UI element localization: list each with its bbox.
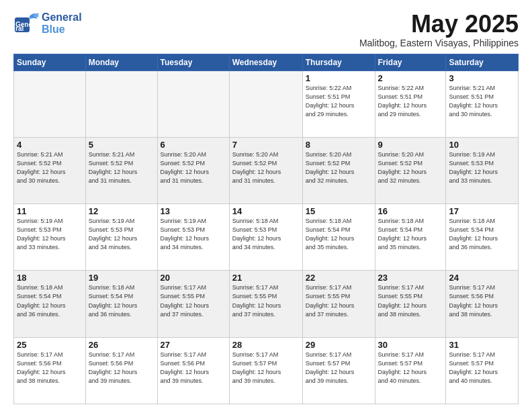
day-number: 18 <box>17 273 83 283</box>
calendar-cell: 21Sunrise: 5:17 AM Sunset: 5:55 PM Dayli… <box>229 271 302 337</box>
day-number: 23 <box>378 273 443 283</box>
day-info: Sunrise: 5:21 AM Sunset: 5:52 PM Dayligh… <box>17 150 83 185</box>
calendar-week-3: 11Sunrise: 5:19 AM Sunset: 5:53 PM Dayli… <box>14 204 519 271</box>
day-number: 4 <box>17 140 83 150</box>
logo-name-blue: Blue <box>42 24 82 36</box>
calendar-week-5: 25Sunrise: 5:17 AM Sunset: 5:56 PM Dayli… <box>14 337 519 404</box>
day-info: Sunrise: 5:20 AM Sunset: 5:52 PM Dayligh… <box>232 150 300 185</box>
day-info: Sunrise: 5:18 AM Sunset: 5:54 PM Dayligh… <box>449 217 515 252</box>
day-number: 6 <box>161 140 226 150</box>
calendar-cell: 2Sunrise: 5:22 AM Sunset: 5:51 PM Daylig… <box>375 71 446 137</box>
calendar-cell: 27Sunrise: 5:17 AM Sunset: 5:56 PM Dayli… <box>157 337 229 404</box>
calendar-cell: 28Sunrise: 5:17 AM Sunset: 5:57 PM Dayli… <box>229 337 302 404</box>
calendar-cell: 12Sunrise: 5:19 AM Sunset: 5:53 PM Dayli… <box>85 204 157 271</box>
day-info: Sunrise: 5:18 AM Sunset: 5:54 PM Dayligh… <box>306 217 372 252</box>
day-number: 22 <box>306 273 372 283</box>
day-number: 1 <box>306 73 372 83</box>
weekday-header-saturday: Saturday <box>446 54 519 71</box>
day-number: 2 <box>378 73 443 83</box>
calendar-cell <box>229 71 302 137</box>
logo: Gene ral General Blue <box>13 11 82 36</box>
calendar-week-4: 18Sunrise: 5:18 AM Sunset: 5:54 PM Dayli… <box>14 271 519 337</box>
day-info: Sunrise: 5:18 AM Sunset: 5:54 PM Dayligh… <box>17 283 83 318</box>
day-info: Sunrise: 5:17 AM Sunset: 5:56 PM Dayligh… <box>89 351 154 385</box>
calendar-cell: 10Sunrise: 5:19 AM Sunset: 5:53 PM Dayli… <box>446 137 519 203</box>
month-title: May 2025 <box>359 11 519 38</box>
day-info: Sunrise: 5:20 AM Sunset: 5:52 PM Dayligh… <box>306 150 372 185</box>
page: Gene ral General Blue May 2025 Malitbog,… <box>0 0 532 411</box>
day-number: 15 <box>306 206 372 216</box>
calendar-cell: 8Sunrise: 5:20 AM Sunset: 5:52 PM Daylig… <box>302 137 375 203</box>
day-number: 21 <box>232 273 300 283</box>
calendar-cell: 25Sunrise: 5:17 AM Sunset: 5:56 PM Dayli… <box>14 337 86 404</box>
day-info: Sunrise: 5:17 AM Sunset: 5:56 PM Dayligh… <box>161 351 226 385</box>
day-info: Sunrise: 5:19 AM Sunset: 5:53 PM Dayligh… <box>161 217 226 252</box>
calendar-cell: 14Sunrise: 5:18 AM Sunset: 5:53 PM Dayli… <box>229 204 302 271</box>
calendar-cell: 22Sunrise: 5:17 AM Sunset: 5:55 PM Dayli… <box>302 271 375 337</box>
title-block: May 2025 Malitbog, Eastern Visayas, Phil… <box>359 11 519 48</box>
calendar-cell: 30Sunrise: 5:17 AM Sunset: 5:57 PM Dayli… <box>375 337 446 404</box>
day-info: Sunrise: 5:20 AM Sunset: 5:52 PM Dayligh… <box>378 150 443 185</box>
calendar-cell: 20Sunrise: 5:17 AM Sunset: 5:55 PM Dayli… <box>157 271 229 337</box>
calendar-cell: 5Sunrise: 5:21 AM Sunset: 5:52 PM Daylig… <box>85 137 157 203</box>
weekday-header-thursday: Thursday <box>302 54 375 71</box>
day-number: 16 <box>378 206 443 216</box>
calendar-cell <box>85 71 157 137</box>
day-number: 25 <box>17 340 83 350</box>
day-number: 31 <box>449 340 515 350</box>
day-info: Sunrise: 5:21 AM Sunset: 5:51 PM Dayligh… <box>449 84 515 119</box>
day-number: 29 <box>306 340 372 350</box>
day-info: Sunrise: 5:17 AM Sunset: 5:55 PM Dayligh… <box>378 283 443 318</box>
calendar-cell: 1Sunrise: 5:22 AM Sunset: 5:51 PM Daylig… <box>302 71 375 137</box>
day-info: Sunrise: 5:19 AM Sunset: 5:53 PM Dayligh… <box>449 150 515 185</box>
day-number: 30 <box>378 340 443 350</box>
calendar-cell: 11Sunrise: 5:19 AM Sunset: 5:53 PM Dayli… <box>14 204 86 271</box>
weekday-header-tuesday: Tuesday <box>157 54 229 71</box>
calendar-cell: 16Sunrise: 5:18 AM Sunset: 5:54 PM Dayli… <box>375 204 446 271</box>
day-info: Sunrise: 5:17 AM Sunset: 5:57 PM Dayligh… <box>449 351 515 385</box>
calendar-cell: 9Sunrise: 5:20 AM Sunset: 5:52 PM Daylig… <box>375 137 446 203</box>
calendar-cell: 29Sunrise: 5:17 AM Sunset: 5:57 PM Dayli… <box>302 337 375 404</box>
day-info: Sunrise: 5:22 AM Sunset: 5:51 PM Dayligh… <box>378 84 443 119</box>
day-info: Sunrise: 5:17 AM Sunset: 5:55 PM Dayligh… <box>306 283 372 318</box>
day-info: Sunrise: 5:17 AM Sunset: 5:55 PM Dayligh… <box>232 283 300 318</box>
day-number: 13 <box>161 206 226 216</box>
calendar-cell: 6Sunrise: 5:20 AM Sunset: 5:52 PM Daylig… <box>157 137 229 203</box>
day-info: Sunrise: 5:17 AM Sunset: 5:56 PM Dayligh… <box>449 283 515 318</box>
day-number: 11 <box>17 206 83 216</box>
calendar-header-row: SundayMondayTuesdayWednesdayThursdayFrid… <box>14 54 519 71</box>
day-info: Sunrise: 5:17 AM Sunset: 5:57 PM Dayligh… <box>306 351 372 385</box>
calendar-week-1: 1Sunrise: 5:22 AM Sunset: 5:51 PM Daylig… <box>14 71 519 137</box>
logo-name-general: General <box>42 11 82 24</box>
day-number: 19 <box>89 273 154 283</box>
day-number: 5 <box>89 140 154 150</box>
day-info: Sunrise: 5:18 AM Sunset: 5:53 PM Dayligh… <box>232 217 300 252</box>
calendar-cell: 7Sunrise: 5:20 AM Sunset: 5:52 PM Daylig… <box>229 137 302 203</box>
day-info: Sunrise: 5:19 AM Sunset: 5:53 PM Dayligh… <box>17 217 83 252</box>
day-info: Sunrise: 5:22 AM Sunset: 5:51 PM Dayligh… <box>306 84 372 119</box>
day-number: 3 <box>449 73 515 83</box>
day-number: 9 <box>378 140 443 150</box>
day-number: 17 <box>449 206 515 216</box>
weekday-header-wednesday: Wednesday <box>229 54 302 71</box>
calendar-week-2: 4Sunrise: 5:21 AM Sunset: 5:52 PM Daylig… <box>14 137 519 203</box>
day-number: 10 <box>449 140 515 150</box>
day-info: Sunrise: 5:18 AM Sunset: 5:54 PM Dayligh… <box>89 283 154 318</box>
calendar-cell: 26Sunrise: 5:17 AM Sunset: 5:56 PM Dayli… <box>85 337 157 404</box>
day-number: 27 <box>161 340 226 350</box>
day-number: 7 <box>232 140 300 150</box>
location: Malitbog, Eastern Visayas, Philippines <box>359 38 519 48</box>
calendar-cell: 13Sunrise: 5:19 AM Sunset: 5:53 PM Dayli… <box>157 204 229 271</box>
weekday-header-monday: Monday <box>85 54 157 71</box>
calendar-cell: 18Sunrise: 5:18 AM Sunset: 5:54 PM Dayli… <box>14 271 86 337</box>
day-number: 28 <box>232 340 300 350</box>
calendar-cell <box>157 71 229 137</box>
header: Gene ral General Blue May 2025 Malitbog,… <box>13 11 519 48</box>
day-info: Sunrise: 5:19 AM Sunset: 5:53 PM Dayligh… <box>89 217 154 252</box>
day-number: 12 <box>89 206 154 216</box>
day-info: Sunrise: 5:17 AM Sunset: 5:57 PM Dayligh… <box>232 351 300 385</box>
day-number: 14 <box>232 206 300 216</box>
day-info: Sunrise: 5:17 AM Sunset: 5:55 PM Dayligh… <box>161 283 226 318</box>
weekday-header-friday: Friday <box>375 54 446 71</box>
calendar-cell: 19Sunrise: 5:18 AM Sunset: 5:54 PM Dayli… <box>85 271 157 337</box>
